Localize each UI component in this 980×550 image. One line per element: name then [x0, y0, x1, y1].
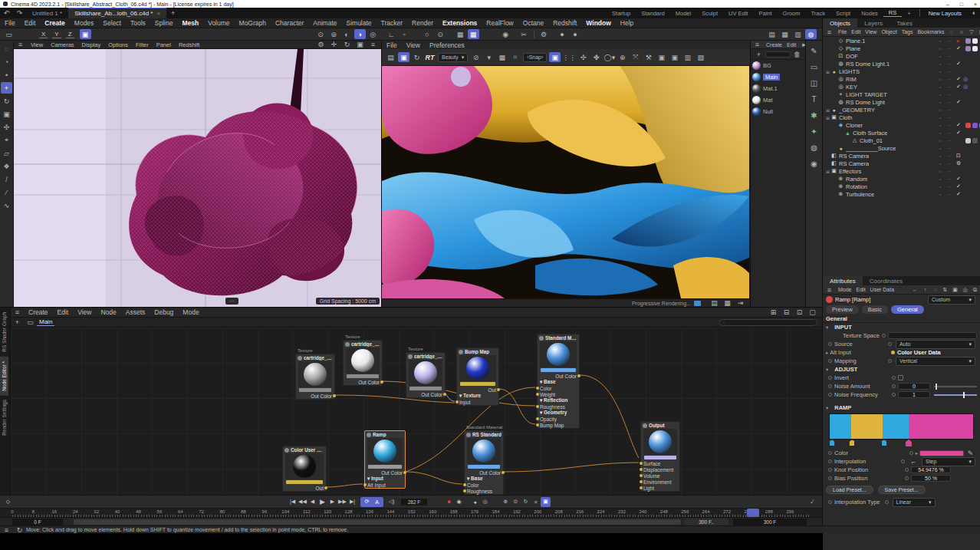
- tag-chip[interactable]: [972, 123, 978, 128]
- visibility-dots[interactable]: ··: [947, 138, 952, 143]
- ramp-knot[interactable]: [849, 440, 855, 446]
- port-dot[interactable]: [536, 393, 539, 396]
- layout-tab-uv-edit[interactable]: UV Edit: [723, 10, 753, 17]
- bucket-icon[interactable]: ▧: [695, 52, 706, 62]
- viewport-menu-options[interactable]: Options: [104, 41, 132, 48]
- noise-amount-field[interactable]: 0: [898, 383, 930, 390]
- section-input[interactable]: INPUT: [828, 324, 852, 331]
- tab-coordinates[interactable]: Coordinates: [863, 276, 909, 285]
- undo-icon[interactable]: ↶: [1, 8, 12, 18]
- port-dot[interactable]: [536, 405, 539, 408]
- generator-icon[interactable]: ✱: [807, 109, 821, 122]
- tag-chip[interactable]: [965, 38, 971, 44]
- port-dot[interactable]: [324, 486, 327, 489]
- objects-menu-tags[interactable]: Tags: [899, 29, 916, 35]
- check-icon[interactable]: ✓: [956, 176, 961, 182]
- node-editor-menu-edit[interactable]: Edit: [53, 308, 74, 316]
- menu-spline[interactable]: Spline: [150, 19, 178, 27]
- lock-icon[interactable]: ▣: [951, 286, 959, 294]
- view-tab-general[interactable]: General: [891, 305, 924, 314]
- side-tab-rs-shader-graph[interactable]: RS Shader Graph: [0, 308, 8, 357]
- material-item-null[interactable]: Null: [751, 106, 805, 117]
- visibility-dots[interactable]: ··: [947, 77, 952, 82]
- paint-tool-icon[interactable]: ❖: [1, 160, 12, 172]
- tag-chip[interactable]: [972, 138, 978, 143]
- layer-box-icon[interactable]: ▫: [939, 38, 941, 44]
- attr-filter-icon[interactable]: ⇅: [941, 286, 949, 294]
- attributes-menu-user-data[interactable]: User Data: [868, 287, 897, 292]
- stop-options-icon[interactable]: ▾: [483, 52, 495, 62]
- maximize-button[interactable]: □: [960, 2, 963, 7]
- move-tool-icon[interactable]: +: [1, 82, 12, 94]
- rotate-tool-icon[interactable]: ↻: [1, 95, 12, 107]
- document-tab-untitled[interactable]: Untitled 1 *: [26, 8, 68, 18]
- graph-tab-main[interactable]: Main: [37, 318, 54, 326]
- interpolation-dropdown[interactable]: Step▾: [922, 457, 975, 466]
- focus-icon[interactable]: ⊕: [617, 52, 628, 62]
- node-ramp[interactable]: RampOut Color▾ InputAlt Input: [364, 430, 406, 489]
- layer-box-icon[interactable]: ▫: [939, 146, 941, 151]
- node-canvas[interactable]: Texturecartridge_stitch_HeightOut ColorT…: [11, 328, 822, 496]
- play-mode-icon[interactable]: A: [372, 497, 382, 507]
- snap-dropdown[interactable]: ‹ Snap ›: [523, 53, 547, 62]
- axis-mode-icon[interactable]: ◑: [354, 29, 366, 39]
- save-image-icon[interactable]: ▤: [385, 52, 396, 62]
- object-row-plane-1[interactable]: ◇Plane.1▫··×: [823, 37, 980, 44]
- fullscreen-icon[interactable]: ▢: [807, 308, 818, 318]
- loop-playback-icon[interactable]: ⟳: [362, 497, 372, 507]
- layout-tab-startup[interactable]: Startup: [607, 10, 636, 17]
- global-local-icon[interactable]: ⊚: [328, 29, 340, 39]
- zoom-tool-icon[interactable]: ◌: [1, 43, 12, 54]
- back-arrow-icon[interactable]: ←: [911, 286, 919, 294]
- source-dropdown[interactable]: Auto▾: [896, 340, 975, 349]
- viewport-menu-panel[interactable]: Panel: [153, 41, 175, 48]
- viewport-settings-icon[interactable]: ⚙: [315, 40, 327, 50]
- output-port-out[interactable]: Out: [283, 485, 326, 491]
- render-queue-icon[interactable]: ●: [557, 29, 568, 39]
- tag-chip[interactable]: [965, 138, 971, 143]
- circle-options-icon[interactable]: ◯▾: [603, 52, 615, 62]
- node-tex-normal[interactable]: Texturecartridge_stitch_NormalOut Color: [406, 352, 446, 398]
- node-preview-bar[interactable]: [460, 382, 495, 386]
- visibility-dots[interactable]: ··: [947, 107, 952, 113]
- renderview-image[interactable]: [382, 66, 749, 298]
- material-item-main[interactable]: Main: [751, 71, 805, 83]
- menu-window[interactable]: Window: [581, 19, 616, 27]
- render-all-icon[interactable]: ▤: [766, 29, 778, 39]
- node-editor-menu-view[interactable]: View: [73, 308, 96, 316]
- snap-off-icon[interactable]: ○: [422, 29, 433, 39]
- menu-create[interactable]: Create: [40, 19, 69, 27]
- node-connection-wire[interactable]: [327, 484, 363, 487]
- live-selection-tool-icon[interactable]: ◔: [1, 56, 12, 68]
- layout-tab-model[interactable]: Model: [670, 10, 696, 17]
- output-port-out-color[interactable]: Out Color: [465, 469, 503, 476]
- material-item-mat[interactable]: Mat: [751, 94, 805, 106]
- object-row-rim[interactable]: ◎RIM▫··✓◎: [823, 75, 980, 83]
- object-row-source[interactable]: ●__________Source▫··: [823, 144, 980, 152]
- render-picture-viewer-icon[interactable]: ▦: [779, 29, 791, 39]
- axis-y-button[interactable]: Y: [52, 31, 61, 38]
- node-editor-menu-node[interactable]: Node: [96, 308, 120, 316]
- visibility-dots[interactable]: ··: [947, 46, 952, 51]
- node-connection-wire[interactable]: [580, 375, 639, 458]
- contract-h-icon[interactable]: ✤: [590, 52, 602, 62]
- menu-realflow[interactable]: RealFlow: [482, 19, 518, 27]
- output-port-out-color[interactable]: Out Color: [538, 373, 579, 379]
- visibility-dots[interactable]: ··: [947, 161, 952, 166]
- layer-box-icon[interactable]: ▫: [939, 84, 941, 90]
- snap-tool-icon[interactable]: ⌖: [1, 134, 12, 146]
- port-dot[interactable]: [455, 400, 459, 403]
- layer-box-icon[interactable]: ▫: [939, 115, 941, 120]
- visibility-dots[interactable]: ··: [947, 61, 952, 67]
- primitive-plane-icon[interactable]: ▭: [807, 61, 821, 74]
- object-row-cloth[interactable]: ⊞▣Cloth▫··: [823, 114, 980, 121]
- node-preview-bar[interactable]: [368, 465, 402, 469]
- layer-box-icon[interactable]: ▫: [939, 161, 941, 166]
- fit-view-icon[interactable]: ⤧: [630, 52, 641, 62]
- menu-tools[interactable]: Tools: [126, 19, 150, 27]
- redshift-renderview-icon[interactable]: ◍: [805, 29, 817, 39]
- node-connection-wire[interactable]: [499, 389, 535, 424]
- next-key-button[interactable]: ▶▶: [337, 497, 347, 507]
- volume-icon[interactable]: ◍: [807, 141, 821, 154]
- objects-menu-icon[interactable]: ≡: [824, 27, 835, 37]
